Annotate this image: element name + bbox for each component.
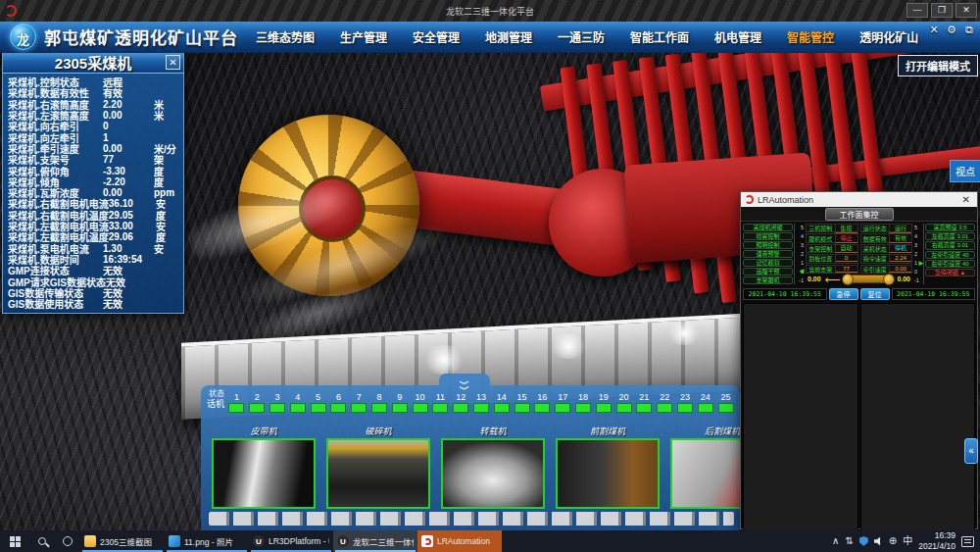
lr-setting-button[interactable]: 采高预设 3.5 bbox=[925, 224, 975, 231]
start-button[interactable] bbox=[0, 530, 29, 552]
nav-menu-item[interactable]: 生产管理 bbox=[340, 28, 387, 45]
taskbar-app[interactable]: 11.png - 照片 bbox=[165, 530, 249, 552]
support-status-cell: 25 bbox=[715, 392, 736, 413]
taskbar-search-button[interactable] bbox=[29, 530, 55, 552]
camera-feed: 前割煤机 bbox=[556, 425, 660, 509]
panel-close-icon[interactable]: ✕ bbox=[166, 55, 180, 70]
lr-function-button[interactable]: 采煤机闭锁 bbox=[743, 224, 793, 231]
camera-thumbnail[interactable] bbox=[556, 438, 660, 509]
collapse-panel-button[interactable]: « bbox=[964, 438, 978, 464]
nav-menu-item[interactable]: 智能工作面 bbox=[630, 28, 689, 45]
support-status-cell: 8 bbox=[369, 392, 390, 413]
taskbar-app[interactable]: LRAutomation bbox=[417, 530, 502, 552]
taskbar-app[interactable]: U LR3DPlatform - U... bbox=[249, 530, 333, 552]
camera-label: 破碎机 bbox=[365, 425, 391, 437]
windows-logo-icon bbox=[10, 536, 21, 547]
support-status-cell: 4 bbox=[287, 392, 308, 413]
status-indicator bbox=[698, 403, 713, 413]
clock[interactable]: 16:39 2021/4/10 bbox=[918, 530, 956, 551]
status-pair: 刮板位置 0 bbox=[806, 254, 858, 263]
speed-value-left: 0.00 bbox=[808, 276, 821, 282]
usb-icon[interactable]: ⇅ bbox=[845, 530, 853, 552]
status-indicator bbox=[228, 403, 244, 413]
maximize-button[interactable]: ❐ bbox=[931, 3, 953, 18]
camera-label: 前割煤机 bbox=[590, 425, 625, 437]
status-indicator bbox=[534, 403, 550, 413]
nav-menu-item[interactable]: 三维态势图 bbox=[256, 28, 315, 45]
notification-center-icon[interactable] bbox=[961, 536, 974, 547]
app-icon bbox=[421, 535, 433, 547]
status-grid-left: 三机控制 集控 跟机模式 停止 支架控制 自动 刮板位置 0 bbox=[806, 224, 858, 274]
cortana-button[interactable] bbox=[55, 530, 80, 552]
status-indicator bbox=[596, 403, 612, 413]
control-column-left: 方向切换 向左向右 滚筒割煤 启动停止 皮带机 bbox=[743, 303, 858, 526]
nav-menu-item[interactable]: 机电管理 bbox=[714, 28, 761, 45]
status-pair: 数据有效 有效 bbox=[860, 233, 913, 242]
lr-function-button[interactable]: 远程干预 bbox=[743, 268, 793, 276]
support-status-cell: 16 bbox=[532, 392, 553, 413]
taskbar-app[interactable]: 2305三维截图 bbox=[80, 530, 165, 552]
fullscreen-icon[interactable]: ⧉ bbox=[962, 24, 976, 36]
status-indicator bbox=[351, 403, 367, 413]
app-icon: U bbox=[253, 535, 265, 547]
support-status-cell: 2 bbox=[247, 392, 268, 413]
mode-button[interactable]: 急停 bbox=[829, 288, 858, 300]
camera-strip: 皮带机 破碎机 转载机 前割煤机 后割煤机 bbox=[201, 425, 740, 509]
position-marker-right-icon: ► bbox=[917, 259, 925, 268]
window-titlebar: 龙软二三维一体化平台 — ❐ ✕ bbox=[0, 0, 980, 22]
lr-titlebar[interactable]: LRAutomation ✕ bbox=[741, 192, 977, 207]
nav-menu-item[interactable]: 透明化矿山 bbox=[859, 28, 918, 45]
support-status-cell: 6 bbox=[328, 392, 349, 413]
tray-date: 2021/4/10 bbox=[918, 541, 956, 552]
main-navbar: 郭屯煤矿透明化矿山平台 三维态势图生产管理安全管理地测管理一通三防智能工作面机电… bbox=[0, 22, 980, 53]
nav-menu-item[interactable]: 安全管理 bbox=[413, 28, 460, 45]
workface-control-tab[interactable]: 工作面集控 bbox=[825, 208, 894, 221]
camera-thumbnail[interactable] bbox=[212, 438, 316, 509]
lr-function-button[interactable]: 照明控制 bbox=[743, 241, 793, 249]
nav-menu-item[interactable]: 地测管理 bbox=[485, 28, 532, 45]
lr-setting-button[interactable]: 左牵引设定 40 bbox=[925, 251, 975, 259]
status-indicator bbox=[616, 403, 632, 413]
nav-menu-item[interactable]: 智能管控 bbox=[787, 28, 834, 45]
control-row: 方向切换 向左向右 bbox=[743, 303, 858, 552]
open-edit-mode-button[interactable]: 打开编辑模式 bbox=[898, 55, 978, 76]
lr-close-icon[interactable]: ✕ bbox=[959, 194, 973, 205]
nav-menu-item[interactable]: 一通三防 bbox=[558, 28, 605, 45]
collapse-status-tab[interactable]: ❭❭ bbox=[439, 374, 490, 386]
lr-function-button[interactable]: 记忆截割 bbox=[743, 259, 793, 267]
camera-thumbnail[interactable] bbox=[670, 438, 740, 509]
settings-gear-icon[interactable]: ⚙ bbox=[945, 24, 958, 36]
status-indicator bbox=[290, 403, 306, 413]
status-pair: 三机控制 集控 bbox=[806, 224, 858, 232]
defender-shield-icon[interactable] bbox=[859, 536, 868, 546]
camera-thumbnail[interactable] bbox=[326, 438, 430, 509]
taskbar-app[interactable]: U 龙软二三维一体化... bbox=[333, 530, 417, 552]
shearer-position-diagram bbox=[844, 275, 893, 283]
camera-thumbnail[interactable] bbox=[441, 438, 545, 509]
network-globe-icon[interactable]: ⊕ bbox=[889, 530, 897, 552]
status-pair: 支架控制 自动 bbox=[806, 244, 858, 253]
lr-function-button[interactable]: 喷雾控制 bbox=[743, 232, 793, 240]
lr-setting-button[interactable]: 右牵引设定 40 bbox=[925, 260, 975, 268]
thumbnail-filmstrip[interactable] bbox=[209, 512, 734, 526]
tools-icon[interactable]: ✕ bbox=[927, 24, 941, 36]
status-pair: 跟机模式 停止 bbox=[806, 233, 858, 242]
ime-indicator[interactable]: 中 bbox=[903, 530, 912, 552]
mode-button[interactable]: 复位 bbox=[860, 288, 890, 300]
speaker-icon[interactable] bbox=[874, 537, 883, 546]
close-button[interactable]: ✕ bbox=[956, 3, 977, 18]
minimize-button[interactable]: — bbox=[906, 3, 928, 18]
viewpoint-tab[interactable]: 视点 bbox=[950, 160, 980, 182]
lr-app-icon bbox=[745, 195, 754, 204]
lr-setting-button[interactable]: 左截高度 3.01 bbox=[925, 232, 975, 240]
tray-expand-icon[interactable]: ∧ bbox=[832, 530, 839, 552]
support-status-cell: 19 bbox=[593, 392, 613, 413]
lr-function-button[interactable]: 支架跟机 bbox=[743, 276, 793, 284]
shearer-data-rows: 采煤机.控制状态 远程 采煤机.数据有效性 有效 采煤机.右滚筒高度 2.20 … bbox=[3, 74, 183, 313]
taskbar: 2305三维截图 11.png - 照片 U LR3DPlatform - U.… bbox=[0, 530, 980, 552]
lr-setting-button[interactable]: 右截高度 3.01 bbox=[925, 241, 975, 249]
camera-feed: 转载机 bbox=[441, 425, 545, 509]
status-indicator bbox=[311, 403, 326, 413]
lr-function-button[interactable]: 语音预警 bbox=[743, 250, 793, 258]
lr-setting-button[interactable]: 急停闭锁 ▲ bbox=[925, 269, 975, 276]
